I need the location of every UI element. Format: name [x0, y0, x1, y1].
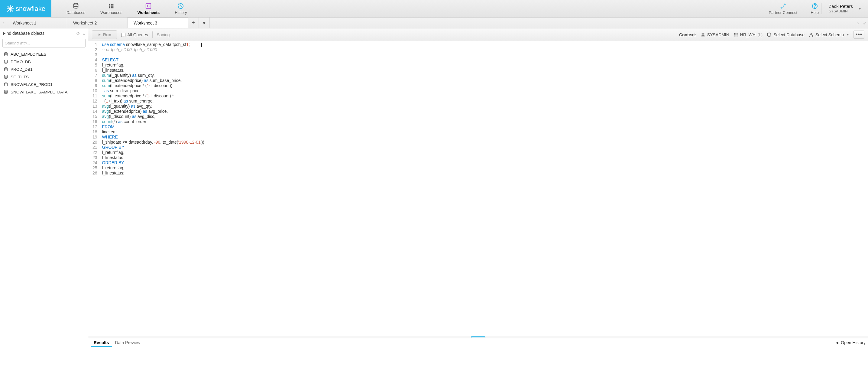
svg-point-4: [74, 3, 78, 5]
play-icon: [98, 33, 101, 37]
svg-rect-5: [109, 4, 110, 5]
all-queries-input[interactable]: [121, 33, 125, 37]
run-button[interactable]: Run: [92, 30, 117, 39]
worksheet-icon: [145, 3, 152, 9]
user-name: Zack Peters: [829, 4, 853, 9]
database-item[interactable]: ABC_EMPLOYEES: [0, 51, 88, 58]
worksheet-tab[interactable]: Worksheet 1: [7, 18, 67, 28]
editor-panel: Run All Queries Saving… Context: SYSADMI…: [88, 28, 868, 381]
nav-partner-label: Partner Connect: [769, 10, 798, 15]
history-icon: [178, 3, 184, 9]
svg-rect-38: [735, 35, 736, 36]
database-item[interactable]: DEMO_DB: [0, 58, 88, 66]
context-warehouse[interactable]: HR_WH (L): [734, 32, 763, 37]
code-content[interactable]: use schema snowflake_sample_data.tpch_sf…: [100, 41, 204, 236]
context-role-label: SYSADMIN: [707, 32, 729, 37]
svg-point-29: [702, 33, 703, 34]
database-item[interactable]: SNOWFLAKE_PROD1: [0, 81, 88, 88]
nav-warehouses[interactable]: Warehouses: [100, 3, 122, 15]
context-schema[interactable]: Select Schema ▼: [809, 32, 849, 37]
results-body: [88, 347, 868, 381]
worksheet-tab[interactable]: Worksheet 2: [67, 18, 128, 28]
nav-partner-connect[interactable]: Partner Connect: [769, 3, 798, 15]
database-list: ABC_EMPLOYEESDEMO_DBPROD_DB1SF_TUTSSNOWF…: [0, 49, 88, 97]
worksheet-tab[interactable]: Worksheet 3: [128, 18, 188, 28]
database-item-label: SNOWFLAKE_PROD1: [10, 82, 53, 87]
sql-editor[interactable]: 1234567891011121314151617181920212223242…: [88, 41, 868, 336]
nav-databases-label: Databases: [66, 10, 85, 15]
svg-point-26: [4, 83, 7, 84]
all-queries-checkbox[interactable]: All Queries: [121, 32, 148, 37]
svg-rect-9: [111, 5, 112, 7]
warehouse-icon: [108, 3, 115, 9]
database-item[interactable]: SF_TUTS: [0, 73, 88, 81]
user-menu[interactable]: Zack Peters SYSADMIN ▾: [821, 0, 868, 17]
svg-rect-33: [737, 33, 738, 34]
context-database[interactable]: Select Database: [767, 32, 805, 37]
object-search-input[interactable]: [2, 39, 86, 48]
line-gutter: 1234567891011121314151617181920212223242…: [88, 41, 100, 236]
results-tab[interactable]: Data Preview: [112, 339, 143, 347]
svg-rect-39: [737, 35, 738, 36]
tab-scroll-left[interactable]: ‹: [0, 18, 7, 28]
svg-rect-32: [735, 33, 736, 34]
svg-point-30: [703, 33, 704, 34]
worksheet-tabs: ‹ Worksheet 1Worksheet 2Worksheet 3 + ▾ …: [0, 18, 868, 28]
open-history-button[interactable]: ◄ Open History: [835, 340, 866, 345]
svg-rect-7: [113, 4, 114, 5]
svg-rect-11: [109, 7, 110, 8]
database-item-label: ABC_EMPLOYEES: [10, 52, 46, 57]
tab-expand[interactable]: ⤢: [861, 18, 868, 28]
database-small-icon: [767, 32, 772, 37]
svg-rect-8: [109, 5, 110, 7]
more-options-button[interactable]: •••: [854, 31, 864, 39]
schema-icon: [809, 32, 814, 37]
nav-warehouses-label: Warehouses: [100, 10, 122, 15]
svg-marker-28: [98, 34, 101, 36]
nav-worksheets[interactable]: Worksheets: [137, 3, 160, 15]
database-item-label: DEMO_DB: [10, 60, 31, 64]
header: snowflake Databases Warehouses Worksheet…: [0, 0, 868, 18]
open-history-label: Open History: [841, 340, 866, 345]
svg-rect-12: [111, 7, 112, 8]
nav-history-label: History: [175, 10, 187, 15]
brand-text: snowflake: [16, 5, 45, 13]
snowflake-icon: [6, 4, 14, 13]
svg-rect-37: [734, 35, 735, 36]
tab-add[interactable]: +: [188, 18, 199, 28]
main-nav: Databases Warehouses Worksheets History: [51, 0, 187, 17]
nav-databases[interactable]: Databases: [66, 3, 85, 15]
object-search: [2, 39, 86, 48]
tab-scroll-right[interactable]: ›: [855, 18, 861, 28]
brand-logo[interactable]: snowflake: [0, 0, 51, 17]
text-cursor: [201, 42, 202, 47]
refresh-icon[interactable]: ⟳: [76, 31, 80, 36]
save-status: Saving…: [157, 32, 174, 37]
role-icon: [701, 32, 705, 37]
help-nav: Partner Connect Help: [754, 0, 821, 17]
editor-toolbar: Run All Queries Saving… Context: SYSADMI…: [88, 28, 868, 41]
nav-worksheets-label: Worksheets: [137, 10, 160, 15]
context-database-label: Select Database: [773, 32, 805, 37]
database-item[interactable]: PROD_DB1: [0, 66, 88, 73]
partner-icon: [780, 3, 786, 9]
svg-point-41: [811, 33, 812, 34]
nav-history[interactable]: History: [175, 3, 187, 15]
database-item[interactable]: SNOWFLAKE_SAMPLE_DATA: [0, 88, 88, 96]
svg-rect-13: [113, 7, 114, 8]
svg-point-42: [809, 36, 810, 37]
collapse-sidebar-icon[interactable]: «: [83, 31, 85, 36]
help-icon: [811, 3, 818, 9]
context-selector: Context: SYSADMIN HR_WH (L) Select Datab…: [679, 31, 864, 39]
results-resize-handle[interactable]: [88, 336, 868, 338]
svg-rect-34: [734, 34, 735, 35]
chevron-down-icon: ▾: [855, 7, 861, 11]
nav-help[interactable]: Help: [811, 3, 819, 15]
tab-menu[interactable]: ▾: [199, 18, 210, 28]
object-browser: Find database objects ⟳ « ABC_EMPLOYEESD…: [0, 28, 88, 381]
context-role[interactable]: SYSADMIN: [701, 32, 729, 37]
database-item-label: SF_TUTS: [10, 75, 29, 79]
chevron-down-icon: ▼: [846, 33, 849, 36]
context-label: Context:: [679, 32, 696, 37]
results-tab[interactable]: Results: [91, 339, 112, 347]
